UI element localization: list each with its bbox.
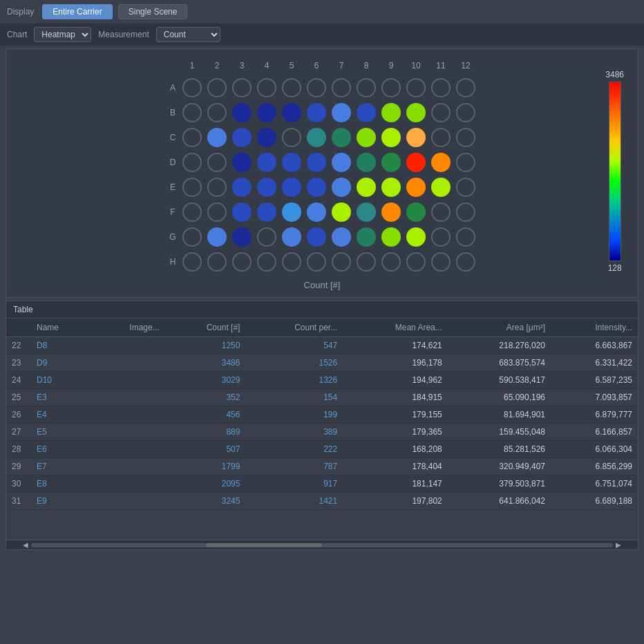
circle-cell [428, 75, 453, 100]
heatmap-circle [182, 202, 202, 222]
table-row[interactable]: 26E4456199179,15581.694,9016.879,777 [6, 406, 638, 424]
heatmap-circle [257, 202, 276, 222]
circle-cell [379, 150, 404, 175]
heatmap-circle [332, 78, 351, 97]
display-label: Display [7, 7, 34, 17]
heatmap-circle [381, 227, 401, 247]
scrollbar-track[interactable] [31, 543, 613, 547]
heatmap-circle [406, 78, 426, 97]
table-cell: 30 [6, 475, 31, 493]
circle-cell [279, 100, 304, 125]
table-cell [91, 458, 165, 475]
circle-cell [229, 150, 254, 175]
entire-carrier-button[interactable]: Entire Carrier [42, 4, 112, 19]
circle-cell [379, 225, 404, 249]
table-header-cell[interactable]: Intensity... [551, 319, 638, 337]
circle-cell [329, 75, 354, 100]
circle-cell [205, 200, 229, 225]
circle-cell [279, 125, 304, 150]
circle-cell [329, 225, 354, 249]
heatmap-circle [307, 128, 326, 147]
table-cell: 1421 [245, 493, 343, 510]
table-header-cell[interactable]: Count per... [245, 319, 343, 337]
heatmap-circle [456, 103, 475, 122]
heatmap-circle [381, 202, 401, 222]
table-cell: 168,208 [343, 441, 448, 458]
table-row[interactable]: 31E932451421197,802641.866,0426.689,188 [6, 493, 638, 510]
table-wrapper[interactable]: NameImage...Count [#]Count per...Mean Ar… [6, 319, 638, 540]
heatmap-circle [282, 128, 301, 147]
col-and-circles: 123456789101112 [180, 56, 478, 274]
measurement-label: Measurement [98, 30, 149, 39]
table-cell: 1799 [165, 458, 246, 475]
circle-cell [428, 150, 453, 175]
circle-cell [180, 175, 205, 200]
measurement-select[interactable]: Count Mean Area Area Intensity [156, 27, 220, 42]
heatmap-circle [257, 78, 276, 97]
table-row[interactable]: 25E3352154184,91565.090,1967.093,857 [6, 389, 638, 406]
circle-cell [229, 125, 254, 150]
table-header-cell[interactable]: Name [31, 319, 91, 337]
circle-cell [329, 150, 354, 175]
scrollbar-thumb [206, 543, 322, 547]
table-row[interactable]: 23D934861526196,178683.875,5746.331,422 [6, 354, 638, 372]
scroll-right-arrow[interactable]: ▶ [613, 541, 624, 549]
table-cell: E3 [31, 389, 91, 406]
table-cell: 6.879,777 [551, 406, 638, 424]
scrollbar-bottom: ◀ ▶ [6, 540, 638, 549]
table-row[interactable]: 29E71799787178,404320.949,4076.856,299 [6, 458, 638, 475]
circle-cell [453, 249, 478, 274]
circle-cell [354, 125, 379, 150]
table-cell [91, 372, 165, 389]
table-header-cell[interactable]: Mean Area... [343, 319, 448, 337]
table-cell: 196,178 [343, 354, 448, 372]
col-label: 9 [379, 56, 404, 75]
circle-cell [304, 150, 329, 175]
heatmap-circle [182, 153, 202, 172]
table-cell: 7.093,857 [551, 389, 638, 406]
table-row[interactable]: 28E6507222168,20885.281,5266.066,304 [6, 441, 638, 458]
heatmap-circle [282, 252, 301, 272]
heatmap-circle [456, 178, 475, 197]
table-body: 22D81250547174,621218.276,0206.663,86723… [6, 337, 638, 510]
heatmap-circle [406, 202, 426, 222]
table-row[interactable]: 24D1030291326194,962590.538,4176.587,235 [6, 372, 638, 389]
table-cell [91, 337, 165, 354]
circle-cell [329, 100, 354, 125]
circle-cell [304, 125, 329, 150]
table-title: Table [6, 301, 638, 319]
heatmap-circle [431, 252, 451, 272]
circle-cell [354, 249, 379, 274]
table-cell: 28 [6, 441, 31, 458]
circle-cell [329, 249, 354, 274]
heatmap-circle [456, 128, 475, 147]
heatmap-circle [307, 178, 326, 197]
heatmap-circle [431, 202, 451, 222]
circle-cell [180, 150, 205, 175]
heatmap-circle [282, 178, 301, 197]
table-row[interactable]: 30E82095917181,147379.503,8716.751,074 [6, 475, 638, 493]
table-header-cell[interactable]: Count [#] [165, 319, 246, 337]
circle-cell [229, 249, 254, 274]
col-label: 4 [254, 56, 279, 75]
table-header-cell[interactable]: Area [μm²] [448, 319, 551, 337]
table-cell [91, 389, 165, 406]
heatmap-circle [307, 153, 326, 172]
table-header-cell[interactable] [6, 319, 31, 337]
chart-select[interactable]: Heatmap Bar Line [34, 27, 91, 42]
circle-cell [379, 249, 404, 274]
circle-cell [254, 150, 279, 175]
circle-cell [205, 75, 229, 100]
heatmap-container: ABCDEFGH 123456789101112 Count [#] [13, 56, 631, 290]
single-scene-button[interactable]: Single Scene [118, 4, 188, 19]
table-row[interactable]: 27E5889389179,365159.455,0486.166,857 [6, 424, 638, 441]
table-cell: 6.166,857 [551, 424, 638, 441]
circle-cell [453, 100, 478, 125]
heatmap-circle [207, 252, 227, 272]
scroll-left-arrow[interactable]: ◀ [20, 541, 31, 549]
heatmap-circle [431, 153, 451, 172]
table-header-cell[interactable]: Image... [91, 319, 165, 337]
scale-min-label: 128 [608, 263, 622, 273]
table-row[interactable]: 22D81250547174,621218.276,0206.663,867 [6, 337, 638, 354]
heatmap-circle [406, 153, 426, 172]
